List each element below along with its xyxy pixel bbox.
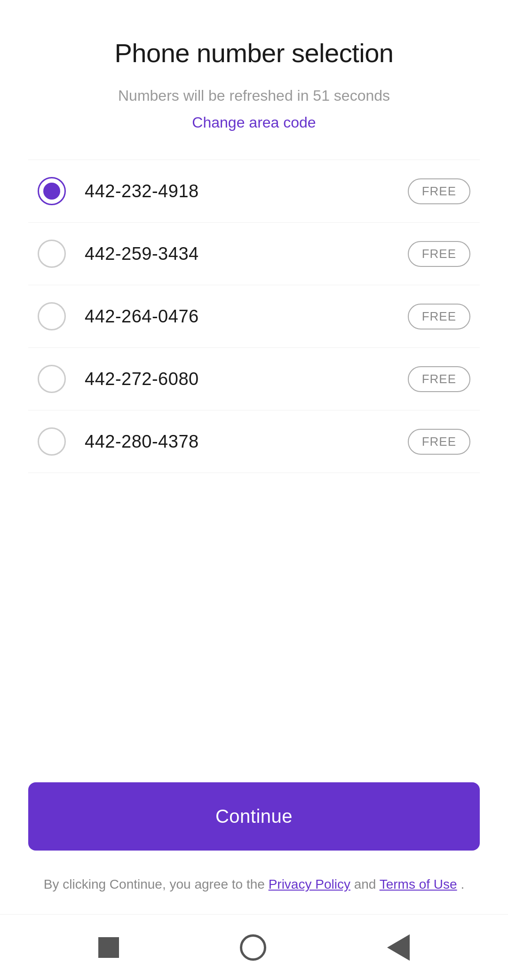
radio-button-4[interactable] [38,365,66,393]
terms-and: and [354,877,380,892]
navigation-bar [0,914,508,980]
phone-number-3: 442-264-0476 [85,306,408,327]
terms-prefix: By clicking Continue, you agree to the [44,877,269,892]
privacy-policy-link[interactable]: Privacy Policy [269,877,350,892]
free-badge-1: FREE [408,178,470,204]
back-button[interactable] [387,934,410,961]
free-badge-2: FREE [408,241,470,267]
change-area-code-link[interactable]: Change area code [192,114,316,131]
radio-button-2[interactable] [38,240,66,268]
radio-button-5[interactable] [38,427,66,456]
bottom-section: Continue By clicking Continue, you agree… [0,782,508,914]
phone-number-5: 442-280-4378 [85,432,408,452]
phone-number-2: 442-259-3434 [85,244,408,264]
main-content: Phone number selection Numbers will be r… [0,0,508,782]
phone-item-3[interactable]: 442-264-0476 FREE [28,285,480,348]
stop-button[interactable] [98,937,119,958]
stop-icon [98,937,119,958]
radio-inner-1 [43,183,60,200]
home-icon [240,934,266,961]
continue-button[interactable]: Continue [28,782,480,851]
free-badge-3: FREE [408,304,470,329]
refresh-notice: Numbers will be refreshed in 51 seconds [118,87,390,104]
phone-number-1: 442-232-4918 [85,181,408,201]
phone-item-2[interactable]: 442-259-3434 FREE [28,223,480,285]
phone-number-4: 442-272-6080 [85,369,408,389]
free-badge-4: FREE [408,366,470,392]
phone-item-5[interactable]: 442-280-4378 FREE [28,410,480,473]
phone-item-4[interactable]: 442-272-6080 FREE [28,348,480,410]
phone-list: 442-232-4918 FREE 442-259-3434 FREE 442-… [28,160,480,473]
terms-of-use-link[interactable]: Terms of Use [380,877,457,892]
phone-item-1[interactable]: 442-232-4918 FREE [28,160,480,223]
page-title: Phone number selection [115,38,394,68]
radio-button-1[interactable] [38,177,66,205]
free-badge-5: FREE [408,429,470,455]
terms-text: By clicking Continue, you agree to the P… [44,874,464,895]
terms-period: . [460,877,464,892]
home-button[interactable] [240,934,266,961]
back-icon [387,934,410,961]
radio-button-3[interactable] [38,302,66,330]
